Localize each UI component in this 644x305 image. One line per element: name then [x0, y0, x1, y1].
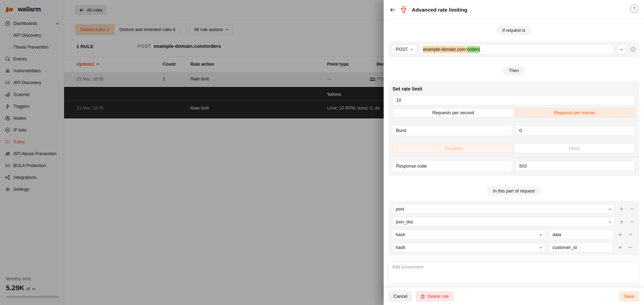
burst-input[interactable]	[516, 126, 635, 135]
part-select-value: json_doc	[396, 219, 414, 224]
panel-title: Advanced rate limiting	[412, 7, 467, 13]
modal-dim-overlay[interactable]	[0, 0, 384, 305]
remove-part-icon[interactable]	[628, 205, 636, 213]
part-value-input[interactable]	[549, 230, 614, 240]
chevron-down-icon	[608, 221, 611, 223]
if-request-is-pill: If request is	[496, 26, 531, 35]
divider	[388, 157, 639, 157]
divider	[388, 139, 639, 140]
save-button[interactable]: Save	[619, 291, 639, 301]
delay-option[interactable]: Delay	[514, 144, 635, 153]
no-delay-option[interactable]: No delay	[393, 144, 514, 153]
method-select[interactable]: POST	[392, 45, 417, 54]
card-heading: Set rate limit	[392, 86, 635, 92]
comment-input[interactable]	[388, 261, 639, 284]
panel-body: If request is POST example-domain.com/or…	[384, 20, 644, 288]
uri-path-highlight: orders	[467, 46, 480, 53]
part-value-input[interactable]	[549, 242, 614, 252]
response-code-input[interactable]	[516, 161, 635, 171]
divider	[388, 121, 639, 122]
set-rate-limit-card: Set rate limit Requests per second Reque…	[388, 81, 639, 176]
part-select-value: hash	[396, 232, 405, 237]
remove-part-icon[interactable]	[628, 218, 636, 225]
part-row: hash	[392, 230, 636, 240]
cancel-button[interactable]: Cancel	[388, 291, 412, 301]
condition-row: POST example-domain.com/orders	[388, 42, 639, 57]
part-select-json-doc[interactable]: json_doc	[392, 217, 615, 227]
info-icon[interactable]	[630, 47, 636, 52]
part-select-hash-1[interactable]: hash	[392, 230, 546, 240]
requests-per-minute-option[interactable]: Requests per minute	[514, 108, 635, 117]
response-code-label: Response code	[392, 161, 512, 171]
delete-rule-label: Delete rule	[428, 294, 449, 299]
part-row: post	[392, 204, 636, 214]
part-select-value: hash	[396, 245, 405, 250]
rate-limit-input[interactable]	[392, 95, 635, 105]
part-row: json_doc	[392, 217, 636, 227]
chevron-down-icon	[608, 208, 611, 210]
advanced-rate-limiting-panel: Advanced rate limiting ? If request is P…	[384, 0, 644, 305]
part-row: hash	[392, 242, 636, 252]
uri-input[interactable]: example-domain.com/orders	[420, 45, 614, 54]
panel-footer: Cancel Delete rule Save	[384, 288, 644, 305]
trash-icon	[420, 294, 425, 299]
part-select-value: post	[396, 206, 404, 212]
in-this-part-of-request-pill: In this part of request	[487, 186, 540, 196]
add-part-icon[interactable]	[618, 218, 625, 225]
delay-toggle: No delay Delay	[392, 144, 635, 153]
part-select-post[interactable]: post	[392, 204, 615, 214]
request-part-card: post json_doc hash	[388, 201, 639, 255]
back-arrow-icon[interactable]	[390, 8, 396, 12]
chevron-down-icon	[540, 234, 542, 236]
then-pill: Then	[503, 66, 525, 75]
add-part-icon[interactable]	[618, 205, 625, 213]
rate-unit-toggle: Requests per second Requests per minute	[392, 108, 635, 117]
remove-part-icon[interactable]	[627, 244, 634, 251]
method-value: POST	[396, 47, 408, 52]
help-icon[interactable]: ?	[630, 5, 638, 13]
part-select-hash-2[interactable]: hash	[392, 242, 546, 252]
remove-part-icon[interactable]	[627, 231, 634, 238]
requests-per-second-option[interactable]: Requests per second	[393, 108, 514, 117]
response-code-row: Response code	[392, 161, 635, 171]
uri-expand-button[interactable]	[617, 45, 626, 54]
burst-label: Burst	[392, 126, 512, 135]
burst-row: Burst	[392, 126, 635, 135]
add-part-icon[interactable]	[616, 231, 624, 238]
uri-host-highlight: example-domain.com	[423, 46, 466, 53]
chevron-down-icon	[540, 247, 542, 248]
panel-header: Advanced rate limiting ?	[384, 0, 644, 20]
chevron-down-icon	[410, 49, 413, 50]
add-part-icon[interactable]	[616, 244, 624, 251]
delete-rule-button[interactable]: Delete rule	[416, 291, 454, 301]
rate-limit-funnel-icon	[400, 6, 407, 14]
